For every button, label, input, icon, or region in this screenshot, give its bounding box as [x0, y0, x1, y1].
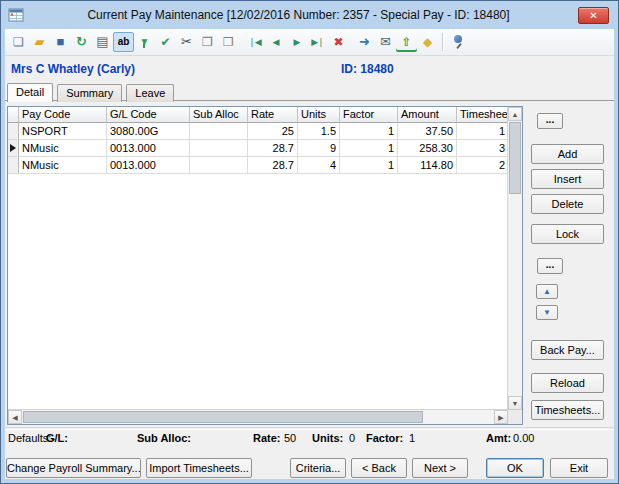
- titlebar[interactable]: Current Pay Maintenance [12/02/2016 Numb…: [1, 1, 618, 29]
- open-folder-icon[interactable]: ▰: [29, 32, 50, 52]
- table-row[interactable]: NMusic 0013.000 28.7 9 1 258.30 3: [8, 140, 508, 157]
- cell-amount[interactable]: 37.50: [398, 123, 457, 140]
- back-button[interactable]: < Back: [351, 458, 407, 478]
- back-pay-button[interactable]: Back Pay...: [531, 340, 604, 360]
- timesheets-button[interactable]: Timesheets...: [531, 400, 604, 420]
- spellcheck-icon[interactable]: ab: [113, 32, 134, 52]
- tab-bar: Detail Summary Leave: [7, 83, 175, 102]
- scroll-up-icon[interactable]: ▲: [508, 107, 522, 121]
- employee-id: ID: 18480: [341, 62, 394, 76]
- units-label: Units:: [312, 432, 343, 444]
- cell-gl-code[interactable]: 0013.000: [107, 157, 190, 174]
- cell-sub-alloc[interactable]: [190, 157, 248, 174]
- cell-units[interactable]: 9: [298, 140, 340, 157]
- cell-timesheets[interactable]: 3: [457, 140, 508, 157]
- change-payroll-summary-button[interactable]: Change Payroll Summary...: [6, 458, 141, 478]
- cell-timesheets[interactable]: 1: [457, 123, 508, 140]
- cell-factor[interactable]: 1: [340, 157, 398, 174]
- close-button[interactable]: ✕: [578, 7, 609, 24]
- nav-first-icon[interactable]: ❘◀: [244, 32, 265, 52]
- copy-icon[interactable]: ❐: [197, 32, 218, 52]
- horizontal-scroll-thumb[interactable]: [23, 411, 423, 423]
- more-options-mid-button[interactable]: ...: [537, 258, 563, 274]
- scroll-right-icon[interactable]: ▶: [494, 410, 508, 424]
- paste-icon[interactable]: ❒: [218, 32, 239, 52]
- scroll-left-icon[interactable]: ◀: [8, 410, 22, 424]
- print-icon[interactable]: ▤: [92, 32, 113, 52]
- import-timesheets-button[interactable]: Import Timesheets...: [146, 458, 252, 478]
- pin-icon[interactable]: [448, 32, 469, 52]
- column-header-timesheets[interactable]: Timesheets: [457, 107, 508, 123]
- next-button[interactable]: Next >: [412, 458, 468, 478]
- factor-value: 1: [409, 432, 415, 444]
- cell-pay-code[interactable]: NMusic: [19, 157, 107, 174]
- cell-pay-code[interactable]: NMusic: [19, 140, 107, 157]
- column-header-rate[interactable]: Rate: [248, 107, 298, 123]
- cell-units[interactable]: 4: [298, 157, 340, 174]
- delete-record-icon[interactable]: ✖: [328, 32, 349, 52]
- move-up-button[interactable]: ▲: [536, 284, 558, 299]
- lock-button[interactable]: Lock: [531, 224, 604, 244]
- column-header-units[interactable]: Units: [298, 107, 340, 123]
- vertical-scroll-thumb[interactable]: [509, 122, 521, 194]
- table-row[interactable]: NSPORT 3080.00G 25 1.5 1 37.50 1: [8, 123, 508, 140]
- cell-sub-alloc[interactable]: [190, 123, 248, 140]
- insert-button[interactable]: Insert: [531, 169, 604, 189]
- horizontal-scrollbar[interactable]: ◀ ▶: [8, 409, 508, 424]
- column-header-pay-code[interactable]: Pay Code: [19, 107, 107, 123]
- cell-factor[interactable]: 1: [340, 123, 398, 140]
- cell-factor[interactable]: 1: [340, 140, 398, 157]
- ok-button[interactable]: OK: [486, 458, 544, 478]
- defaults-bar: Defaults:- G/L: Sub Alloc: Rate: 50 Unit…: [5, 432, 614, 446]
- add-button[interactable]: Add: [531, 144, 604, 164]
- filter-icon[interactable]: ▼: [134, 32, 155, 52]
- column-header-gl-code[interactable]: G/L Code: [107, 107, 190, 123]
- cell-timesheets[interactable]: 2: [457, 157, 508, 174]
- cell-amount[interactable]: 114.80: [398, 157, 457, 174]
- export-icon[interactable]: ⇧: [396, 32, 417, 52]
- delete-button[interactable]: Delete: [531, 194, 604, 214]
- employee-name: Mrs C Whatley (Carly): [11, 62, 135, 76]
- vertical-scrollbar[interactable]: ▲ ▼: [507, 107, 522, 410]
- column-header-amount[interactable]: Amount: [398, 107, 457, 123]
- cell-rate[interactable]: 28.7: [248, 157, 298, 174]
- pay-grid[interactable]: Pay Code G/L Code Sub Alloc Rate Units F…: [7, 106, 523, 425]
- cell-rate[interactable]: 28.7: [248, 140, 298, 157]
- column-header-sub-alloc[interactable]: Sub Alloc: [190, 107, 248, 123]
- save-icon[interactable]: ■: [50, 32, 71, 52]
- email-icon[interactable]: ✉: [375, 32, 396, 52]
- reload-button[interactable]: Reload: [531, 373, 604, 393]
- cell-gl-code[interactable]: 3080.00G: [107, 123, 190, 140]
- cell-gl-code[interactable]: 0013.000: [107, 140, 190, 157]
- cell-amount[interactable]: 258.30: [398, 140, 457, 157]
- nav-next-icon[interactable]: ▶: [286, 32, 307, 52]
- cut-icon[interactable]: ✂: [176, 32, 197, 52]
- table-row[interactable]: NMusic 0013.000 28.7 4 1 114.80 2: [8, 157, 508, 174]
- tab-summary[interactable]: Summary: [57, 84, 122, 102]
- window-title: Current Pay Maintenance [12/02/2016 Numb…: [31, 8, 566, 22]
- cell-rate[interactable]: 25: [248, 123, 298, 140]
- criteria-button[interactable]: Criteria...: [290, 458, 346, 478]
- tab-detail[interactable]: Detail: [7, 83, 53, 102]
- goto-icon[interactable]: ➜: [354, 32, 375, 52]
- new-document-icon[interactable]: ❏: [8, 32, 29, 52]
- column-header-indicator: [8, 107, 19, 123]
- tag-icon[interactable]: ◆: [417, 32, 438, 52]
- dialog-content: ❏ ▰ ■ ↻ ▤ ab ▼ ✔ ✂ ❐ ❒ ❘◀ ◀ ▶ ▶❘ ✖ ➜ ✉ ⇧…: [5, 29, 614, 479]
- column-header-factor[interactable]: Factor: [340, 107, 398, 123]
- app-icon[interactable]: [8, 7, 24, 23]
- app-window: Current Pay Maintenance [12/02/2016 Numb…: [0, 0, 619, 484]
- tab-leave[interactable]: Leave: [126, 84, 174, 102]
- nav-prev-icon[interactable]: ◀: [265, 32, 286, 52]
- move-down-button[interactable]: ▼: [536, 305, 558, 320]
- edit-check-icon[interactable]: ✔: [155, 32, 176, 52]
- more-options-top-button[interactable]: ...: [537, 113, 563, 129]
- refresh-icon[interactable]: ↻: [71, 32, 92, 52]
- cell-pay-code[interactable]: NSPORT: [19, 123, 107, 140]
- cell-sub-alloc[interactable]: [190, 140, 248, 157]
- cell-units[interactable]: 1.5: [298, 123, 340, 140]
- exit-button[interactable]: Exit: [550, 458, 608, 478]
- row-indicator-cell: [8, 157, 19, 174]
- nav-last-icon[interactable]: ▶❘: [307, 32, 328, 52]
- scroll-down-icon[interactable]: ▼: [508, 396, 522, 410]
